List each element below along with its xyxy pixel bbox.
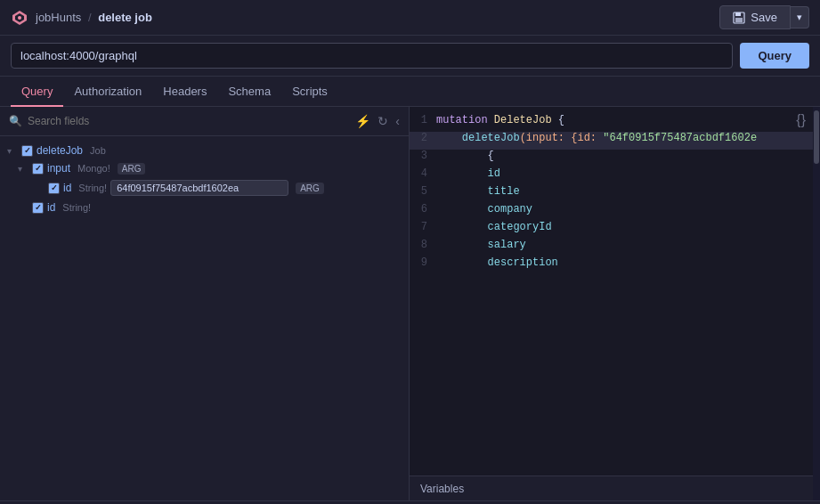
code-lines: 1 mutation DeleteJob { 2 deleteJob(input… bbox=[410, 107, 820, 281]
field-type-input: Mongo! bbox=[77, 163, 110, 174]
checkbox-id-return[interactable] bbox=[32, 202, 44, 214]
right-panel: 1 mutation DeleteJob { 2 deleteJob(input… bbox=[410, 107, 820, 500]
field-badge-id-arg: ARG bbox=[296, 183, 324, 194]
field-value-id-arg[interactable] bbox=[110, 180, 288, 196]
app-logo-icon bbox=[11, 9, 28, 27]
right-scrollbar[interactable] bbox=[813, 107, 820, 500]
fields-tree: ▾ deleteJob Job ▾ input Mongo! ARG ▾ id … bbox=[0, 136, 409, 500]
format-braces-icon[interactable]: {} bbox=[796, 112, 806, 128]
tab-authorization[interactable]: Authorization bbox=[63, 77, 152, 107]
search-input[interactable] bbox=[28, 115, 350, 127]
url-input[interactable] bbox=[11, 43, 733, 69]
chevron-down-icon: ▾ bbox=[797, 12, 802, 23]
field-name-id-return: id bbox=[47, 201, 55, 214]
breadcrumb-current: delete job bbox=[98, 11, 152, 24]
code-editor[interactable]: 1 mutation DeleteJob { 2 deleteJob(input… bbox=[410, 107, 820, 476]
save-label: Save bbox=[751, 11, 777, 24]
checkbox-id-arg[interactable] bbox=[48, 183, 60, 194]
code-line-2: 2 deleteJob(input: {id: "64f0915f75487ac… bbox=[410, 132, 820, 150]
search-icon: 🔍 bbox=[9, 115, 22, 127]
save-dropdown-button[interactable]: ▾ bbox=[791, 6, 809, 28]
field-name-input: input bbox=[47, 162, 70, 175]
tree-item-input: ▾ input Mongo! ARG bbox=[0, 159, 409, 177]
chevron-icon[interactable]: ▾ bbox=[7, 146, 18, 156]
tab-schema[interactable]: Schema bbox=[217, 77, 281, 107]
field-type-id-arg: String! bbox=[78, 183, 107, 193]
code-line-9: 9 description bbox=[410, 256, 820, 274]
tab-headers[interactable]: Headers bbox=[152, 77, 217, 107]
right-scrollbar-thumb bbox=[814, 110, 819, 164]
query-button[interactable]: Query bbox=[740, 43, 809, 69]
variables-label: Variables bbox=[420, 483, 464, 495]
save-button[interactable]: Save bbox=[719, 5, 791, 29]
save-icon bbox=[733, 12, 745, 24]
variables-bar[interactable]: Variables bbox=[410, 476, 820, 500]
code-line-3: 3 { bbox=[410, 150, 820, 167]
toolbar-icons: ⚡ ↻ ‹ bbox=[355, 114, 400, 128]
field-type-id-return: String! bbox=[62, 202, 91, 213]
code-line-6: 6 company bbox=[410, 203, 820, 221]
code-line-4: 4 id bbox=[410, 167, 820, 185]
breadcrumb: jobHunts / delete job bbox=[36, 11, 152, 24]
breadcrumb-sep: / bbox=[88, 11, 92, 24]
field-type-deleteJob: Job bbox=[90, 145, 106, 156]
svg-point-2 bbox=[18, 16, 21, 20]
tab-scripts[interactable]: Scripts bbox=[281, 77, 338, 107]
tree-item-deleteJob: ▾ deleteJob Job bbox=[0, 142, 409, 159]
top-bar: jobHunts / delete job Save ▾ bbox=[0, 0, 820, 36]
refresh-icon[interactable]: ↻ bbox=[378, 114, 388, 128]
code-line-7: 7 categoryId bbox=[410, 221, 820, 239]
code-line-1: 1 mutation DeleteJob { bbox=[410, 114, 820, 132]
chevron-icon-input[interactable]: ▾ bbox=[18, 164, 28, 174]
bottom-section: Body Headers Test Results Status: 200 OK… bbox=[0, 500, 820, 504]
breadcrumb-area: jobHunts / delete job bbox=[11, 9, 152, 27]
save-button-group: Save ▾ bbox=[719, 5, 809, 29]
svg-rect-5 bbox=[735, 18, 743, 22]
svg-rect-4 bbox=[735, 12, 741, 16]
code-line-8: 8 salary bbox=[410, 239, 820, 256]
tab-query[interactable]: Query bbox=[11, 77, 63, 107]
checkbox-deleteJob[interactable] bbox=[21, 145, 33, 157]
field-name-id-arg: id bbox=[63, 182, 71, 194]
filter-icon[interactable]: ⚡ bbox=[355, 114, 370, 128]
field-badge-input: ARG bbox=[118, 163, 146, 175]
tree-item-id-arg: ▾ id String! ARG bbox=[0, 177, 409, 199]
tree-item-id-return: ▾ id String! bbox=[0, 199, 409, 216]
field-name-deleteJob: deleteJob bbox=[37, 144, 83, 157]
left-panel: 🔍 ⚡ ↻ ‹ ▾ deleteJob Job ▾ input Mon bbox=[0, 107, 410, 500]
url-bar: Query bbox=[0, 36, 820, 77]
search-bar: 🔍 ⚡ ↻ ‹ bbox=[0, 107, 409, 136]
main-content: 🔍 ⚡ ↻ ‹ ▾ deleteJob Job ▾ input Mon bbox=[0, 107, 820, 500]
checkbox-input[interactable] bbox=[32, 163, 44, 175]
breadcrumb-parent: jobHunts bbox=[36, 11, 81, 24]
code-line-5: 5 title bbox=[410, 185, 820, 203]
query-tabs-row: Query Authorization Headers Schema Scrip… bbox=[0, 77, 820, 107]
collapse-icon[interactable]: ‹ bbox=[395, 114, 400, 128]
